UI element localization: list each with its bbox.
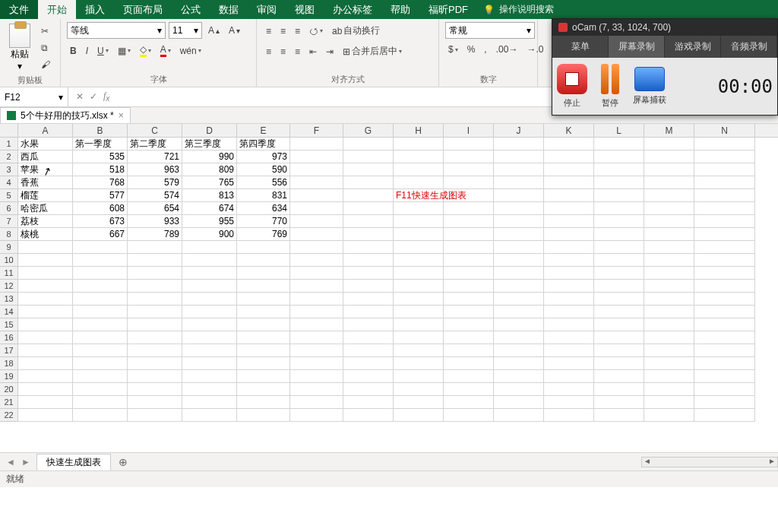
cell-L2[interactable]	[594, 150, 644, 163]
cell-G6[interactable]	[343, 202, 394, 215]
cell-L6[interactable]	[594, 202, 644, 215]
cell-A17[interactable]	[18, 344, 73, 357]
cell-M20[interactable]	[644, 383, 694, 396]
cell-N5[interactable]	[694, 189, 755, 202]
ocam-stop-button[interactable]: 停止	[557, 64, 587, 109]
format-painter-button[interactable]: 🖌	[38, 57, 53, 72]
cell-N12[interactable]	[694, 280, 755, 293]
row-header-20[interactable]: 20	[0, 383, 18, 396]
cell-I8[interactable]	[444, 228, 494, 241]
cell-H14[interactable]	[394, 306, 444, 318]
sheet-tab-active[interactable]: 快速生成图表	[36, 454, 111, 470]
cell-N7[interactable]	[694, 215, 755, 228]
cell-M2[interactable]	[644, 150, 694, 163]
cell-A14[interactable]	[18, 306, 73, 318]
cell-L18[interactable]	[594, 357, 644, 370]
accounting-format-button[interactable]: $▾	[445, 42, 461, 57]
cell-F13[interactable]	[290, 293, 343, 306]
cell-A5[interactable]: 榴莲	[18, 189, 73, 202]
cell-D19[interactable]	[182, 370, 237, 383]
cell-B14[interactable]	[73, 306, 128, 318]
cell-I13[interactable]	[444, 293, 494, 306]
cell-F11[interactable]	[290, 267, 343, 280]
cell-F14[interactable]	[290, 306, 343, 318]
cell-F17[interactable]	[290, 344, 343, 357]
cell-B16[interactable]	[73, 331, 128, 344]
wrap-text-button[interactable]: ab 自动换行	[329, 22, 383, 40]
cell-N3[interactable]	[694, 163, 755, 176]
cell-E17[interactable]	[237, 344, 290, 357]
cell-H17[interactable]	[394, 344, 444, 357]
cell-K5[interactable]	[544, 189, 594, 202]
row-header-10[interactable]: 10	[0, 254, 18, 267]
cell-G9[interactable]	[343, 241, 394, 254]
cell-F7[interactable]	[290, 215, 343, 228]
cell-K18[interactable]	[544, 357, 594, 370]
cell-M5[interactable]	[644, 189, 694, 202]
name-box-input[interactable]	[5, 92, 50, 103]
cell-N2[interactable]	[694, 150, 755, 163]
align-top-button[interactable]: ≡	[263, 24, 274, 39]
row-header-1[interactable]: 1	[0, 138, 18, 150]
cell-K7[interactable]	[544, 215, 594, 228]
cell-G22[interactable]	[343, 409, 394, 422]
cell-N19[interactable]	[694, 370, 755, 383]
cell-F22[interactable]	[290, 409, 343, 422]
cell-B4[interactable]: 768	[73, 176, 128, 189]
font-name-select[interactable]: 等线▾	[67, 22, 166, 39]
cell-M3[interactable]	[644, 163, 694, 176]
cell-L3[interactable]	[594, 163, 644, 176]
cell-F12[interactable]	[290, 280, 343, 293]
cell-L9[interactable]	[594, 241, 644, 254]
percent-format-button[interactable]: %	[464, 42, 479, 57]
cell-J7[interactable]	[494, 215, 544, 228]
close-tab-button[interactable]: ×	[119, 110, 124, 121]
cell-A22[interactable]	[18, 409, 73, 422]
cell-D4[interactable]: 765	[182, 176, 237, 189]
cell-H6[interactable]	[394, 202, 444, 215]
cell-D11[interactable]	[182, 267, 237, 280]
cell-A11[interactable]	[18, 267, 73, 280]
add-sheet-button[interactable]: ⊕	[111, 456, 135, 468]
cell-N1[interactable]	[694, 138, 755, 150]
cell-I4[interactable]	[444, 176, 494, 189]
cell-B11[interactable]	[73, 267, 128, 280]
cell-L11[interactable]	[594, 267, 644, 280]
cell-B18[interactable]	[73, 357, 128, 370]
column-header-L[interactable]: L	[594, 124, 644, 138]
cell-N17[interactable]	[694, 344, 755, 357]
cell-L5[interactable]	[594, 189, 644, 202]
column-header-E[interactable]: E	[237, 124, 290, 138]
column-header-B[interactable]: B	[73, 124, 128, 138]
cell-E10[interactable]	[237, 254, 290, 267]
number-format-select[interactable]: 常规▾	[445, 22, 535, 39]
cell-G11[interactable]	[343, 267, 394, 280]
cell-E21[interactable]	[237, 396, 290, 409]
cell-I19[interactable]	[444, 370, 494, 383]
cell-D21[interactable]	[182, 396, 237, 409]
ocam-capture-button[interactable]: 屏幕捕获	[633, 67, 666, 106]
cell-N11[interactable]	[694, 267, 755, 280]
cell-C6[interactable]: 654	[128, 202, 182, 215]
menu-tab-6[interactable]: 视图	[286, 0, 324, 19]
cell-J16[interactable]	[494, 331, 544, 344]
cell-C4[interactable]: 579	[128, 176, 182, 189]
menu-tab-2[interactable]: 页面布局	[114, 0, 172, 19]
cell-F9[interactable]	[290, 241, 343, 254]
cell-A4[interactable]: 香蕉	[18, 176, 73, 189]
cell-C8[interactable]: 789	[128, 228, 182, 241]
cell-C10[interactable]	[128, 254, 182, 267]
row-header-12[interactable]: 12	[0, 280, 18, 293]
cell-F5[interactable]	[290, 189, 343, 202]
cell-M12[interactable]	[644, 280, 694, 293]
cell-K3[interactable]	[544, 163, 594, 176]
cell-K13[interactable]	[544, 293, 594, 306]
cell-G20[interactable]	[343, 383, 394, 396]
cell-J12[interactable]	[494, 280, 544, 293]
cell-M7[interactable]	[644, 215, 694, 228]
row-header-8[interactable]: 8	[0, 228, 18, 241]
column-header-N[interactable]: N	[694, 124, 755, 138]
cell-A18[interactable]	[18, 357, 73, 370]
workbook-tab[interactable]: 5个牛好用的技巧.xlsx * ×	[0, 107, 131, 123]
cell-I14[interactable]	[444, 306, 494, 318]
